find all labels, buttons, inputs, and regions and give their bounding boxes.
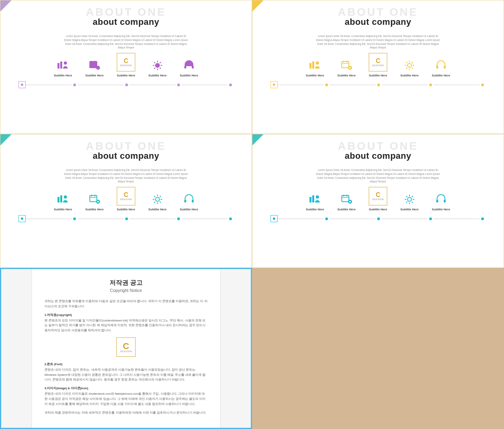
badge-sub-2: EDUCATION: [372, 64, 384, 67]
svg-rect-27: [90, 195, 97, 202]
icon-label-2-5: Subtitle Here: [432, 74, 450, 77]
icon-label-1-1: Subtitle Here: [54, 74, 72, 77]
progress-dot-active-1: [21, 84, 23, 86]
progress-line-2b: [330, 85, 376, 85]
svg-point-20: [349, 67, 351, 69]
svg-point-2: [64, 61, 67, 65]
svg-point-8: [97, 67, 99, 69]
svg-rect-3: [90, 61, 97, 68]
progress-dot-2-5: [481, 84, 484, 86]
svg-rect-11: [192, 66, 194, 69]
icons-row-4: Subtitle Here Subtitle Here: [262, 187, 494, 211]
progress-box-4: [271, 215, 278, 222]
copyright-section-content-2: 콘텐츠 내의 디자인, 잡지 폰트는. 내부적 사용공개의 사용가능한 폰트들이…: [44, 368, 208, 383]
copyright-section-title-1: 1.저작권(copyright): [44, 313, 208, 317]
svg-rect-17: [343, 61, 344, 63]
corner-decoration-3: [0, 134, 11, 145]
badge-sub-4: EDUCATION: [372, 198, 384, 201]
icon-label-2-4: Subtitle Here: [400, 74, 419, 77]
corner-decoration-4: [252, 134, 263, 145]
svg-point-21: [408, 63, 411, 67]
svg-point-44: [349, 201, 351, 202]
svg-rect-30: [94, 195, 95, 197]
copyright-section-content-3: 콘텐츠 내의 디자인 이미지들은 shutterstock.com와 flats…: [44, 392, 208, 407]
progress-dot-4-4: [429, 217, 432, 220]
svg-point-14: [316, 61, 319, 65]
icon-item-1-5: Subtitle Here: [173, 58, 205, 77]
progress-line-1c: [130, 85, 176, 85]
progress-dot-2-3: [377, 84, 380, 86]
icon-label-2-1: Subtitle Here: [306, 74, 324, 77]
icon-label-1-5: Subtitle Here: [180, 74, 198, 77]
badge-sub-3: EDUCATION: [120, 198, 132, 201]
svg-rect-6: [94, 61, 95, 63]
progress-dot-active-4: [273, 217, 275, 220]
progress-dot-1-4: [177, 84, 180, 86]
icon-label-1-2: Subtitle Here: [85, 74, 104, 77]
icon-label-4-1: Subtitle Here: [306, 208, 324, 211]
svg-text:C: C: [123, 341, 129, 351]
progress-dot-active-3: [21, 217, 23, 220]
slide-title-2: about company: [262, 17, 494, 27]
svg-rect-13: [312, 61, 314, 69]
calendar-gear-icon-4: [339, 192, 354, 206]
icon-label-4-4: Subtitle Here: [400, 208, 419, 211]
progress-box-2: [271, 81, 278, 88]
progress-line-1d: [182, 85, 228, 85]
icon-label-3-3: Subtitle Here: [117, 208, 135, 211]
calendar-gear-icon: [87, 58, 102, 72]
icon-label-3-5: Subtitle Here: [180, 208, 198, 211]
svg-rect-0: [57, 63, 59, 69]
badge-letter-3: C: [124, 192, 128, 198]
progress-dot-3-4: [177, 217, 180, 220]
center-badge-icon-3: C EDUCATION: [117, 187, 135, 206]
svg-rect-15: [342, 61, 349, 68]
svg-rect-1: [60, 61, 62, 69]
progress-dot-3-2: [73, 217, 76, 220]
headset-icon-3: [181, 192, 197, 206]
svg-rect-36: [309, 197, 311, 202]
svg-rect-22: [436, 66, 438, 69]
progress-row-3: [19, 215, 233, 222]
corner-decoration-1: [0, 0, 11, 11]
gear-icon-2: [402, 58, 417, 72]
slide-1: ABOUT ONE about company Lorem Ipsum Dolo…: [0, 0, 252, 134]
svg-point-33: [156, 197, 159, 201]
calendar-gear-icon-3: [87, 192, 102, 206]
progress-dot-1-5: [229, 84, 232, 86]
icon-item-4-3: C EDUCATION Subtitle Here: [362, 187, 394, 211]
slide-title-3: about company: [10, 151, 242, 161]
svg-rect-24: [57, 197, 59, 202]
icons-row-3: Subtitle Here Subtitle Here: [10, 187, 242, 211]
copyright-section-title-3: 3.이미지(image) & 아이콘(icon): [44, 386, 208, 390]
svg-rect-10: [184, 66, 186, 69]
progress-dot-1-3: [125, 84, 128, 86]
copyright-footer: 귀하의 제품 관련하여서는 저에 세부적인 콘텐츠를 이용하려면 아래에 서면 …: [44, 410, 208, 416]
icon-label-4-5: Subtitle Here: [432, 208, 450, 211]
icon-item-2-3: C EDUCATION Subtitle Here: [362, 53, 394, 77]
center-badge-icon-2: C EDUCATION: [369, 53, 387, 72]
chart-person-icon-3: [55, 192, 71, 206]
svg-rect-5: [91, 61, 92, 63]
progress-dot-2-4: [429, 84, 432, 86]
icon-label-3-1: Subtitle Here: [54, 208, 72, 211]
center-badge-icon-1: C EDUCATION: [117, 53, 135, 72]
icon-label-1-4: Subtitle Here: [148, 74, 167, 77]
gear-icon-3: [150, 192, 165, 206]
headset-icon-1: [181, 58, 197, 72]
copyright-panel-container: 저작권 공고 Copyright Notice 귀하는 본 콘텐츠를 자유롭게 …: [0, 268, 252, 429]
icon-item-1-1: Subtitle Here: [47, 58, 79, 77]
progress-line-3a: [26, 219, 72, 219]
progress-line-2c: [382, 85, 428, 85]
progress-dot-4-3: [377, 217, 380, 220]
progress-box-1: [19, 81, 26, 88]
slide-title-1: about company: [10, 17, 242, 27]
badge-letter-4: C: [376, 192, 380, 198]
copyright-section-title-2: 2.폰트 (Font): [44, 362, 208, 366]
svg-point-45: [408, 197, 411, 201]
icon-item-4-5: Subtitle Here: [425, 192, 457, 211]
svg-rect-39: [342, 195, 349, 202]
copyright-title-korean: 저작권 공고: [44, 279, 208, 287]
progress-box-3: [19, 215, 26, 222]
svg-rect-29: [91, 195, 92, 197]
